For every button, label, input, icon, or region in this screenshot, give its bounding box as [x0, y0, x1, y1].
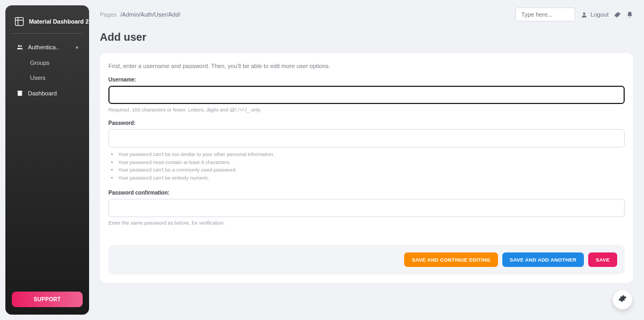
settings-fab[interactable]	[613, 290, 632, 309]
password2-help: Enter the same password as before, for v…	[108, 220, 625, 226]
topbar: Pages /Admin/Auth/User/Add/ Logout	[100, 5, 633, 24]
brand[interactable]: Material Dashboard 2	[12, 13, 83, 34]
save-button[interactable]: SAVE	[588, 252, 617, 267]
password2-label: Password confirmation:	[108, 190, 625, 196]
svg-rect-3	[19, 94, 20, 96]
action-bar: SAVE AND CONTINUE EDITING SAVE AND ADD A…	[108, 245, 625, 274]
password-input[interactable]	[108, 129, 625, 147]
username-label: Username:	[108, 77, 625, 83]
password-confirm-input[interactable]	[108, 199, 625, 217]
svg-point-1	[18, 45, 20, 47]
topbar-right: Logout	[515, 8, 633, 21]
svg-rect-0	[16, 18, 24, 26]
password-rule: Your password can't be a commonly used p…	[118, 166, 625, 174]
field-password-confirm: Password confirmation: Enter the same pa…	[108, 190, 625, 226]
password-label: Password:	[108, 120, 625, 126]
main-content: Pages /Admin/Auth/User/Add/ Logout Add u…	[94, 0, 644, 320]
gear-icon	[618, 294, 627, 305]
sidebar-subitem-groups[interactable]: Groups	[12, 55, 83, 70]
breadcrumb-root[interactable]: Pages	[100, 11, 116, 18]
breadcrumb-path: /Admin/Auth/User/Add/	[120, 11, 180, 18]
page-title: Add user	[100, 31, 633, 43]
breadcrumb: Pages /Admin/Auth/User/Add/	[100, 11, 180, 18]
sidebar-item-authentication[interactable]: Authentica.. ▾	[12, 39, 83, 55]
store-icon	[16, 90, 24, 97]
svg-point-2	[20, 46, 22, 47]
username-input[interactable]	[108, 86, 625, 104]
field-username: Username: Required. 150 characters or fe…	[108, 77, 625, 113]
gear-icon[interactable]	[614, 11, 621, 18]
sidebar-nav: Authentica.. ▾ Groups Users Dashboard	[12, 39, 83, 292]
users-icon	[16, 43, 24, 51]
sidebar-item-label: Authentica..	[28, 44, 59, 50]
logout-button[interactable]: Logout	[581, 11, 609, 18]
form-intro: First, enter a username and password. Th…	[108, 63, 625, 69]
search-input[interactable]	[515, 8, 575, 21]
support-button[interactable]: SUPPORT	[12, 292, 83, 307]
field-password: Password: Your password can't be too sim…	[108, 120, 625, 182]
support-button-label: SUPPORT	[34, 296, 61, 302]
save-continue-button[interactable]: SAVE AND CONTINUE EDITING	[404, 252, 497, 267]
password-rule: Your password can't be entirely numeric.	[118, 174, 625, 182]
sidebar-item-dashboard[interactable]: Dashboard	[12, 85, 83, 101]
svg-point-4	[583, 12, 586, 14]
bell-icon[interactable]	[626, 11, 633, 18]
password-rules: Your password can't be too similar to yo…	[108, 151, 625, 182]
brand-logo-icon	[14, 16, 25, 27]
username-help: Required. 150 characters or fewer. Lette…	[108, 107, 625, 113]
user-icon	[581, 11, 588, 18]
form-card: First, enter a username and password. Th…	[100, 53, 633, 283]
sidebar: Material Dashboard 2 Authentica.. ▾ Grou…	[5, 5, 89, 315]
save-add-another-button[interactable]: SAVE AND ADD ANOTHER	[502, 252, 584, 267]
sidebar-subitem-label: Users	[30, 75, 46, 81]
chevron-down-icon: ▾	[76, 44, 78, 50]
brand-title: Material Dashboard 2	[29, 18, 89, 25]
password-rule: Your password must contain at least 8 ch…	[118, 159, 625, 167]
sidebar-subitem-users[interactable]: Users	[12, 70, 83, 85]
password-rule: Your password can't be too similar to yo…	[118, 151, 625, 159]
sidebar-subitem-label: Groups	[30, 59, 49, 66]
logout-label: Logout	[590, 11, 609, 18]
sidebar-item-label: Dashboard	[28, 90, 57, 96]
